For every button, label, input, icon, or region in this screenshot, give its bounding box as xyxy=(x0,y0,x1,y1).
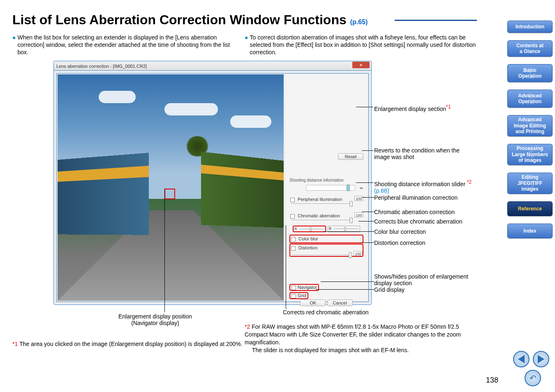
footnote-2: *2For RAW images shot with MP-E 65mm f/2… xyxy=(245,323,475,354)
chromatic-aberration-row: Chromatic aberration 100 xyxy=(289,212,363,221)
page-title: List of Lens Aberration Correction Windo… xyxy=(12,12,368,28)
leader-line-vertical xyxy=(286,225,286,308)
callout-text: Reverts to the condition when the image … xyxy=(374,147,460,160)
footnote-2b-text: The slider is not displayed for images s… xyxy=(252,346,409,354)
title-rule xyxy=(395,20,477,21)
callout-text: Color blur correction xyxy=(374,228,426,235)
footnote-1-star: *1 xyxy=(12,341,18,347)
leader-line xyxy=(362,150,373,151)
callout-text: Chromatic aberration correction xyxy=(374,209,455,215)
footnote-2a-text: For RAW images shot with MP-E 65mm f/2.8… xyxy=(245,323,461,346)
nav-index[interactable]: Index xyxy=(507,224,553,238)
preview-train-right xyxy=(201,152,284,228)
chromatic-slider[interactable] xyxy=(291,220,352,220)
leader-line xyxy=(316,289,374,290)
leader-line xyxy=(362,197,374,198)
preview-cloud xyxy=(230,115,271,128)
infinity-icon: ∞ xyxy=(360,185,363,190)
preview-band xyxy=(58,166,149,182)
prev-page-button[interactable] xyxy=(513,351,530,367)
chromatic-checkbox[interactable] xyxy=(290,214,295,219)
grid-checkbox[interactable] xyxy=(291,294,296,298)
callout-distortion: Distortion correction xyxy=(374,240,426,246)
colorblur-checkbox[interactable] xyxy=(291,237,296,242)
color-blur-row: Color blur xyxy=(289,235,363,243)
colorblur-label: Color blur xyxy=(298,236,318,241)
window-body: Reset Shooting distance information ∞ Pe… xyxy=(54,70,371,304)
r-sub-slider[interactable]: R xyxy=(293,226,326,232)
nav-label: Index xyxy=(523,228,536,234)
title-page-ref[interactable]: (p.65) xyxy=(350,18,368,25)
ok-cancel-row: OK Cancel xyxy=(285,300,368,306)
nav-label: Images xyxy=(521,186,538,192)
preview-train-left xyxy=(58,153,149,235)
close-icon: × xyxy=(360,63,362,67)
nav-advanced-image-editing[interactable]: 3AdvancedImage Editingand Printing xyxy=(507,115,553,136)
leader-line xyxy=(358,221,374,221)
navigator-row: Navigator xyxy=(289,284,319,291)
callout-text: Corrects red chromatic aberration xyxy=(283,309,369,316)
enlargement-target-marker[interactable] xyxy=(164,189,175,199)
pager xyxy=(513,351,549,367)
return-arrow-icon: ↶ xyxy=(530,373,536,383)
nav-label: Reference xyxy=(518,206,542,212)
ok-button[interactable]: OK xyxy=(300,300,326,306)
chromatic-value[interactable]: 100 xyxy=(354,212,363,217)
r-thumb[interactable] xyxy=(310,227,312,231)
nav-advanced-operation[interactable]: 2AdvancedOperation xyxy=(507,90,553,108)
return-button[interactable]: ↶ xyxy=(525,370,541,386)
nav-basic-operation[interactable]: 1BasicOperation xyxy=(507,64,553,82)
peripheral-label: Peripheral illumination xyxy=(298,197,342,202)
sdi-slider[interactable]: ∞ xyxy=(306,185,355,191)
preview-cloud xyxy=(164,103,218,115)
callout-text: Peripheral illumination correction xyxy=(374,194,458,201)
callout-chromatic: Chromatic aberration correction xyxy=(374,209,455,215)
callout-peripheral: Peripheral illumination correction xyxy=(374,194,458,201)
nav-contents[interactable]: Contents ata Glance xyxy=(507,40,553,57)
nav-label: Advanced xyxy=(518,93,541,99)
nav-reference[interactable]: Reference xyxy=(507,201,553,216)
callout-nav-position: Enlargement display position (Navigator … xyxy=(118,313,192,326)
peripheral-slider[interactable] xyxy=(291,203,352,204)
reset-row: Reset xyxy=(338,153,363,160)
nav-processing-large[interactable]: 4ProcessingLarge Numbersof Images xyxy=(507,144,553,165)
callout-text: Grid display xyxy=(374,286,405,293)
controls-panel: Reset Shooting distance information ∞ Pe… xyxy=(285,74,368,301)
intro-bullet-1-text: When the list box for selecting an exten… xyxy=(17,34,234,56)
navigator-checkbox[interactable] xyxy=(291,286,296,290)
nav-introduction[interactable]: Introduction xyxy=(507,21,553,33)
callout-text: Distortion correction xyxy=(374,240,426,246)
leader-line-vertical xyxy=(164,189,165,312)
footnote-2-star: *2 xyxy=(245,323,250,330)
distortion-value[interactable]: 100 xyxy=(354,251,363,256)
page-number: 138 xyxy=(486,376,498,385)
leader-line xyxy=(356,182,373,183)
sdi-page-ref[interactable]: (p.68) xyxy=(374,187,389,194)
peripheral-checkbox[interactable] xyxy=(290,198,295,202)
distortion-slider[interactable] xyxy=(292,255,351,255)
peripheral-value[interactable]: 100 xyxy=(354,196,363,201)
callout-colorblur: Color blur correction xyxy=(374,228,426,235)
grid-row: Grid xyxy=(289,292,308,299)
lens-aberration-window: Lens aberration correction - [IMG_0001.C… xyxy=(53,61,372,305)
bullet-dot-icon: ● xyxy=(245,34,248,41)
b-thumb[interactable] xyxy=(344,227,346,231)
window-inner-frame: Reset Shooting distance information ∞ Pe… xyxy=(56,73,369,302)
r-label: R xyxy=(294,227,297,231)
sdi-thumb[interactable] xyxy=(347,184,350,191)
distortion-row: Distortion 100 xyxy=(289,244,363,257)
footnote-1: *1The area you clicked on the image (Enl… xyxy=(12,340,243,348)
preview-image[interactable] xyxy=(58,74,284,301)
callout-grid: Grid display xyxy=(374,286,405,293)
reset-button[interactable]: Reset xyxy=(338,153,363,160)
nav-editing-jpeg[interactable]: 5EditingJPEG/TIFFImages xyxy=(507,173,553,194)
window-close-button[interactable]: × xyxy=(352,62,370,68)
nav-label: Image Editing xyxy=(514,123,546,129)
next-page-button[interactable] xyxy=(533,351,549,367)
r-track xyxy=(299,229,324,229)
cancel-button[interactable]: Cancel xyxy=(327,300,353,306)
grid-label: Grid xyxy=(298,293,306,298)
distortion-checkbox[interactable] xyxy=(291,246,296,251)
leader-line xyxy=(356,107,373,107)
leader-line xyxy=(362,212,374,212)
